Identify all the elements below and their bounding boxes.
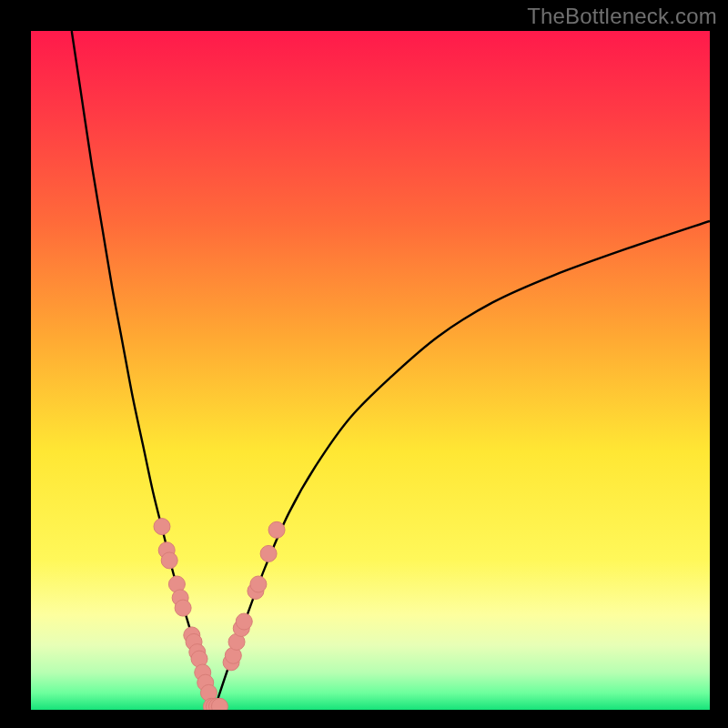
right-branch-curve bbox=[214, 221, 710, 710]
marker-right bbox=[236, 613, 252, 630]
left-branch-curve bbox=[72, 31, 215, 710]
marker-group bbox=[154, 519, 285, 710]
plot-area bbox=[31, 31, 710, 710]
marker-right bbox=[250, 576, 267, 592]
marker-left bbox=[175, 600, 191, 616]
curves-layer bbox=[31, 31, 710, 710]
marker-left bbox=[161, 552, 177, 569]
marker-left bbox=[154, 519, 170, 535]
chart-frame: TheBottleneck.com bbox=[0, 0, 728, 728]
watermark-text: TheBottleneck.com bbox=[527, 4, 717, 29]
marker-right bbox=[211, 698, 228, 710]
marker-right bbox=[268, 521, 285, 538]
marker-right bbox=[260, 545, 277, 561]
